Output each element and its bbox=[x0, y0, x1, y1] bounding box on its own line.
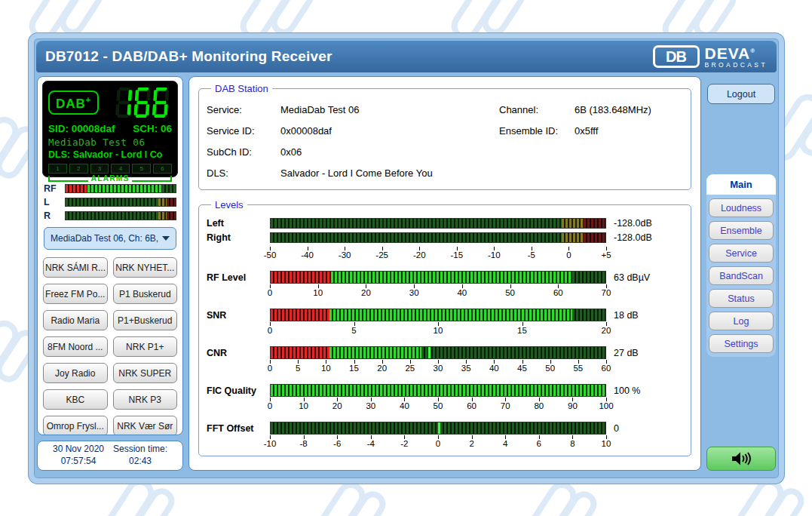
station-button[interactable]: NRK SUPER bbox=[113, 363, 178, 383]
rf-meter-scale: 010203040506070 bbox=[207, 284, 683, 302]
tick-label: 10 bbox=[602, 439, 611, 448]
alarm-indicator: 4 bbox=[111, 164, 130, 174]
station-select-dropdown[interactable]: MediaDab Test 06, Ch: 6B,... bbox=[44, 227, 176, 250]
peak-marker bbox=[438, 422, 440, 434]
station-button[interactable]: NRK SÁMI R... bbox=[43, 257, 108, 278]
scale-tick: 25 bbox=[410, 360, 411, 364]
lcd-top-row: DAB+ bbox=[48, 86, 172, 119]
left-meter-value: -128.0dB bbox=[606, 218, 683, 229]
level-meter-label: Left bbox=[207, 218, 270, 229]
nav-button-loudness[interactable]: Loudness bbox=[709, 198, 774, 217]
tick-label: 8 bbox=[570, 439, 575, 448]
station-button[interactable]: 8FM Noord ... bbox=[43, 336, 108, 357]
main-content-panel: DAB Station Service:MediaDab Test 06Chan… bbox=[188, 76, 701, 471]
tick-label: 60 bbox=[553, 288, 563, 297]
tick-label: 10 bbox=[434, 326, 443, 335]
field-value: 0x00008daf bbox=[280, 125, 499, 137]
nav-button-status[interactable]: Status bbox=[709, 289, 774, 308]
meter-segment bbox=[162, 185, 176, 192]
speaker-icon bbox=[729, 450, 753, 468]
meter-segment bbox=[66, 198, 158, 206]
scale-tick: 0 bbox=[270, 398, 271, 401]
tick-label: 2 bbox=[469, 439, 473, 448]
meter-segment bbox=[271, 347, 329, 358]
meter-segment bbox=[66, 212, 158, 220]
tick-label: -2 bbox=[400, 439, 408, 448]
lcd-seven-segment-display bbox=[115, 87, 172, 118]
meter-segment bbox=[271, 385, 605, 396]
station-button[interactable]: Freez FM Po... bbox=[43, 284, 108, 304]
tick-label: -50 bbox=[264, 250, 277, 260]
scale-tick: 40 bbox=[404, 398, 405, 401]
logout-button[interactable]: Logout bbox=[707, 84, 775, 104]
station-button[interactable]: NRK Vær Sør bbox=[113, 416, 178, 435]
station-button[interactable]: NRK P1+ bbox=[113, 336, 178, 357]
field-value: 0x5fff bbox=[575, 125, 683, 137]
station-button[interactable]: P1 Buskerud bbox=[113, 284, 178, 304]
cnr-meter-bar bbox=[270, 346, 606, 359]
lcd-sch-text: SCH: 06 bbox=[133, 123, 172, 134]
scale-tick: 2 bbox=[472, 435, 473, 439]
tick-label: 0 bbox=[566, 250, 571, 260]
scale-ticks: 051015202530354045505560 bbox=[270, 360, 606, 377]
scale-tick: -8 bbox=[304, 435, 305, 439]
tick-label: -5 bbox=[528, 250, 535, 260]
tab-main-active[interactable]: Main bbox=[706, 174, 776, 195]
scale-tick: 40 bbox=[494, 360, 495, 364]
dab-station-row: Service:MediaDab Test 06Channel:6B (183.… bbox=[207, 99, 683, 120]
snr-meter-row: SNR18 dB bbox=[207, 309, 683, 321]
fic-meter-row: FIC Quality100 % bbox=[207, 384, 683, 397]
station-button[interactable]: Radio Maria bbox=[43, 310, 108, 330]
station-button[interactable]: P1+Buskerud bbox=[113, 310, 178, 330]
station-button[interactable]: KBC bbox=[43, 389, 108, 410]
time-text: 07:57:54 bbox=[53, 456, 104, 468]
mini-meter-label: L bbox=[44, 197, 60, 207]
nav-button-ensemble[interactable]: Ensemble bbox=[709, 221, 774, 240]
nav-button-log[interactable]: Log bbox=[709, 312, 774, 330]
lcd-sid-text: SID: 00008daf bbox=[48, 123, 115, 134]
alarms-label: ALARMS bbox=[91, 174, 130, 182]
header-bar: DB7012 - DAB/DAB+ Monitoring Receiver DB… bbox=[36, 41, 777, 72]
scale-tick: 100 bbox=[606, 398, 607, 401]
scale-tick: +5 bbox=[606, 247, 607, 250]
meter-segment bbox=[167, 198, 176, 206]
meter-segment bbox=[329, 309, 572, 321]
scale-tick: 60 bbox=[606, 360, 607, 364]
scale-tick: 10 bbox=[326, 360, 326, 364]
nav-button-settings[interactable]: Settings bbox=[709, 334, 774, 353]
field-label: Ensemble ID: bbox=[499, 125, 575, 137]
audio-listen-button[interactable] bbox=[706, 447, 776, 471]
station-button[interactable]: NRK NYHET... bbox=[113, 257, 178, 278]
tick-label: 20 bbox=[602, 326, 611, 335]
lcd-service-name: MediaDab Test 06 bbox=[48, 137, 172, 148]
tick-label: 4 bbox=[503, 439, 507, 448]
tick-label: 40 bbox=[489, 364, 499, 373]
cnr-meter-value: 27 dB bbox=[606, 348, 683, 358]
meter-segment bbox=[271, 219, 562, 228]
nav-button-service[interactable]: Service bbox=[709, 244, 774, 263]
scale-tick: 15 bbox=[354, 360, 355, 364]
station-button[interactable]: NRK P3 bbox=[113, 389, 178, 410]
station-button[interactable]: Joy Radio bbox=[43, 363, 108, 383]
station-button[interactable]: Omrop Frysl... bbox=[43, 416, 108, 435]
scale-tick: 4 bbox=[505, 435, 506, 439]
tick-label: -4 bbox=[367, 439, 375, 448]
snr-meter-bar bbox=[270, 309, 606, 321]
levels-fieldset: Levels Left-128.0dBRight-128.0dB-50-40-3… bbox=[198, 199, 691, 456]
scale-tick: 60 bbox=[558, 284, 559, 288]
scale-tick: -6 bbox=[337, 435, 338, 439]
rf-mini-meter-bar bbox=[65, 184, 176, 193]
scale-tick: 0 bbox=[270, 284, 271, 288]
tick-label: 40 bbox=[457, 288, 467, 297]
tick-label: 15 bbox=[349, 364, 359, 373]
scale-tick: 40 bbox=[462, 284, 463, 288]
scale-tick: 30 bbox=[371, 398, 372, 401]
tick-label: 20 bbox=[332, 401, 342, 410]
fic-meter-scale: 0102030405060708090100 bbox=[207, 398, 683, 415]
tick-label: -10 bbox=[488, 250, 501, 260]
nav-button-bandscan[interactable]: BandScan bbox=[709, 266, 774, 285]
tick-label: 30 bbox=[434, 364, 443, 373]
mini-meter-row: R bbox=[44, 210, 176, 221]
tick-label: 55 bbox=[573, 364, 583, 373]
rf-meter-bar bbox=[270, 271, 606, 284]
